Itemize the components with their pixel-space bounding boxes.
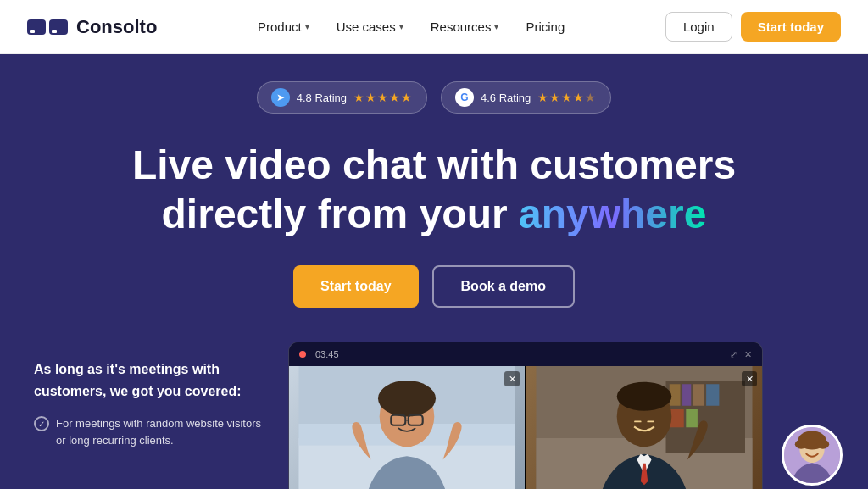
rating-badge-capterra: ➤ 4.8 Rating ★★★★★: [257, 81, 427, 114]
hero-title-anywhere: anywhere: [519, 192, 706, 236]
close-window-icon[interactable]: ✕: [744, 349, 752, 360]
app-mockup: 03:45 ⤢ ✕: [288, 342, 834, 489]
svg-point-25: [817, 440, 830, 449]
video-cell-2: ✕ John Smith: [526, 366, 762, 489]
titlebar-dots: 03:45: [299, 349, 339, 359]
start-today-hero-button[interactable]: Start today: [293, 265, 419, 308]
logo-text: Consolto: [76, 16, 157, 38]
chevron-down-icon: ▾: [494, 22, 498, 31]
maximize-icon[interactable]: ⤢: [730, 349, 737, 360]
nav-usecases-label: Use cases: [337, 19, 396, 34]
nav-product-label: Product: [258, 19, 302, 34]
logo-icon: [27, 19, 68, 35]
logo[interactable]: Consolto: [27, 16, 157, 38]
rating-badge-google: G 4.6 Rating ★★★★★: [441, 81, 611, 114]
google-score: 4.6 Rating: [481, 92, 531, 104]
svg-rect-19: [634, 421, 642, 423]
hero-title-line2: directly from your: [162, 192, 519, 236]
hero-section: ➤ 4.8 Rating ★★★★★ G 4.6 Rating ★★★★★ Li…: [0, 54, 868, 489]
video-bg-2: [526, 366, 762, 489]
svg-point-4: [378, 381, 436, 417]
start-today-nav-button[interactable]: Start today: [741, 12, 841, 42]
google-stars: ★★★★★: [537, 91, 597, 104]
video-bg-1: [289, 366, 525, 489]
hero-title: Live video chat with customers directly …: [132, 141, 736, 238]
video-cell-1: ✕ Ella Martin: [289, 366, 525, 489]
ratings-container: ➤ 4.8 Rating ★★★★★ G 4.6 Rating ★★★★★: [257, 81, 612, 114]
svg-rect-20: [647, 421, 654, 423]
svg-rect-15: [670, 409, 684, 427]
dot-red: [299, 351, 306, 358]
hero-cta-actions: Start today Book a demo: [293, 265, 575, 308]
feature-item-1: ✓ For meetings with random website visit…: [34, 415, 271, 448]
google-icon: G: [455, 88, 474, 107]
avatar-bubble: [782, 425, 843, 486]
book-demo-button[interactable]: Book a demo: [432, 265, 575, 308]
capterra-icon: ➤: [271, 88, 290, 107]
nav-item-use-cases[interactable]: Use cases ▾: [326, 14, 414, 39]
video-close-btn-1[interactable]: ✕: [504, 371, 520, 386]
nav-item-product[interactable]: Product ▾: [248, 14, 320, 39]
hero-left-copy: As long as it's meetings with customers,…: [34, 342, 271, 448]
chevron-down-icon: ▾: [305, 22, 309, 31]
video-grid: ✕ Ella Martin: [289, 366, 762, 489]
nav-resources-label: Resources: [431, 19, 492, 34]
chevron-down-icon: ▾: [399, 22, 403, 31]
app-window: 03:45 ⤢ ✕: [288, 342, 763, 489]
navbar: Consolto Product ▾ Use cases ▾ Resources…: [0, 0, 868, 54]
svg-rect-16: [686, 409, 698, 427]
app-time: 03:45: [315, 349, 339, 359]
titlebar-controls: ⤢ ✕: [730, 349, 752, 360]
nav-pricing-label: Pricing: [526, 19, 565, 34]
svg-rect-14: [706, 384, 719, 406]
video-close-btn-2[interactable]: ✕: [742, 371, 757, 386]
hero-title-line1: Live video chat with customers: [132, 142, 736, 187]
hero-left-heading: As long as it's meetings with customers,…: [34, 358, 271, 402]
nav-item-resources[interactable]: Resources ▾: [420, 14, 509, 39]
app-titlebar: 03:45 ⤢ ✕: [289, 342, 762, 366]
login-button[interactable]: Login: [665, 12, 732, 42]
svg-point-18: [617, 382, 672, 411]
nav-item-pricing[interactable]: Pricing: [515, 14, 575, 39]
nav-actions: Login Start today: [665, 12, 841, 42]
capterra-stars: ★★★★★: [353, 91, 413, 104]
check-circle-icon: ✓: [34, 416, 49, 431]
capterra-score: 4.8 Rating: [297, 92, 347, 104]
svg-point-24: [795, 440, 808, 449]
feature-text-1: For meetings with random website visitor…: [56, 415, 271, 448]
svg-rect-12: [682, 384, 691, 406]
svg-rect-13: [693, 384, 704, 406]
nav-links: Product ▾ Use cases ▾ Resources ▾ Pricin…: [248, 14, 575, 39]
hero-bottom: As long as it's meetings with customers,…: [34, 342, 834, 489]
